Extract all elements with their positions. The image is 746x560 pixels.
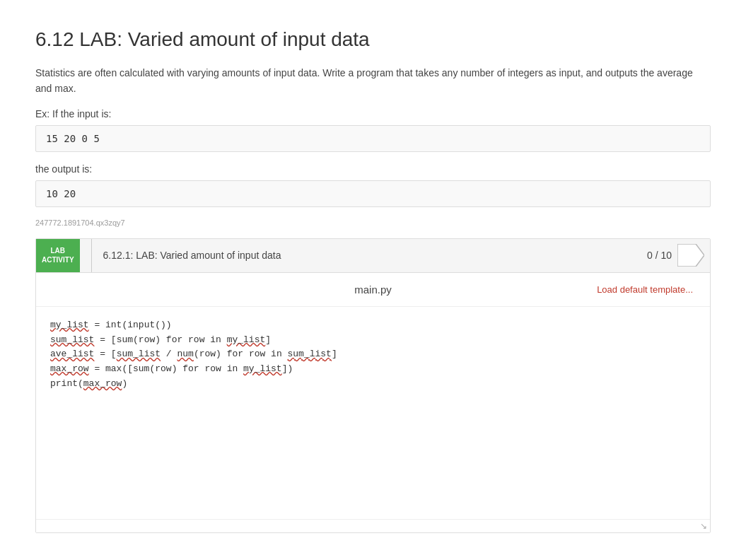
resize-handle[interactable]: ↘ xyxy=(36,519,710,532)
lab-activity-score: 0 / 10 xyxy=(647,244,710,267)
ex-label: Ex: If the input is: xyxy=(35,108,711,119)
code-var-num: num xyxy=(177,349,193,359)
input-example-box: 15 20 0 5 xyxy=(35,125,711,152)
header-divider xyxy=(91,239,92,272)
code-line-4: max_row = max([sum(row) for row in my_li… xyxy=(50,362,696,377)
description-text: Statistics are often calculated with var… xyxy=(35,65,711,97)
badge-lab: LAB xyxy=(42,246,74,255)
editor-header: main.py Load default template... xyxy=(36,273,710,307)
editor-filename: main.py xyxy=(264,284,482,296)
page-title: 6.12 LAB: Varied amount of input data xyxy=(35,28,711,51)
score-flag-icon xyxy=(677,244,704,267)
code-line-3: ave_list = [sum_list / num(row) for row … xyxy=(50,347,696,362)
code-var-maxrow: max_row xyxy=(50,363,89,374)
code-var-maxrow-2: max_row xyxy=(83,378,122,389)
svg-marker-0 xyxy=(677,244,704,267)
output-example-box: 10 20 xyxy=(35,180,711,207)
lab-activity-badge: LAB ACTIVITY xyxy=(36,239,80,272)
lab-activity-panel: LAB ACTIVITY 6.12.1: LAB: Varied amount … xyxy=(35,238,711,533)
code-var-sumlist-3: sum_list xyxy=(288,349,332,359)
code-line-5: print(max_row) xyxy=(50,377,696,392)
code-var-mylist-3: my_list xyxy=(243,363,282,374)
code-var-avelist: ave_list xyxy=(50,349,94,359)
code-var-sumlist: sum_list xyxy=(50,334,94,345)
badge-activity: ACTIVITY xyxy=(42,255,74,264)
code-editor[interactable]: my_list = int(input()) sum_list = [sum(r… xyxy=(36,307,710,519)
code-line-1: my_list = int(input()) xyxy=(50,318,696,333)
code-var-mylist-1: my_list xyxy=(50,320,89,330)
lab-activity-header: LAB ACTIVITY 6.12.1: LAB: Varied amount … xyxy=(36,239,710,273)
file-id: 247772.1891704.qx3zqy7 xyxy=(35,218,711,227)
code-var-mylist-2: my_list xyxy=(227,334,266,345)
lab-activity-title: 6.12.1: LAB: Varied amount of input data xyxy=(103,250,647,261)
code-line-2: sum_list = [sum(row) for row in my_list] xyxy=(50,333,696,348)
output-label: the output is: xyxy=(35,163,711,175)
score-text: 0 / 10 xyxy=(647,250,672,261)
code-var-sumlist-2: sum_list xyxy=(117,349,161,359)
load-template-button[interactable]: Load default template... xyxy=(591,281,699,298)
editor-container: main.py Load default template... my_list… xyxy=(36,273,710,532)
